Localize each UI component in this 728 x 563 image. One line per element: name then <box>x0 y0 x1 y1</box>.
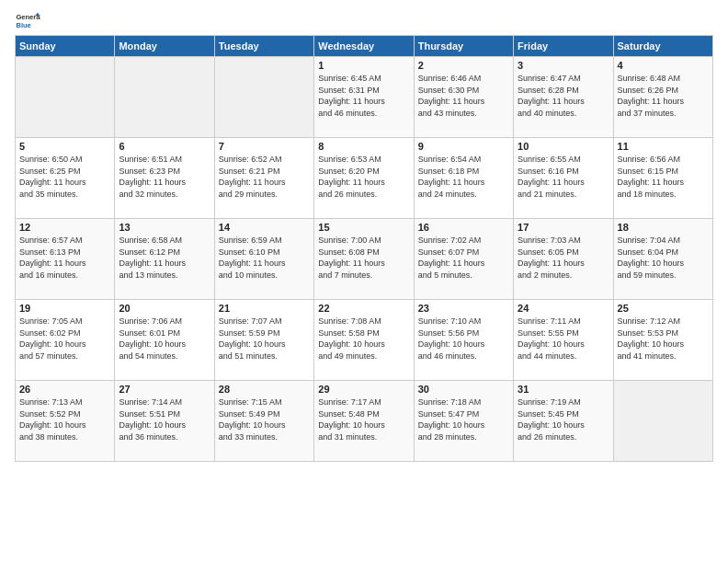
day-number: 14 <box>219 222 310 233</box>
day-content: Sunrise: 7:03 AM Sunset: 6:05 PM Dayligh… <box>518 235 609 281</box>
calendar-cell: 13Sunrise: 6:58 AM Sunset: 6:12 PM Dayli… <box>115 219 214 300</box>
weekday-header-monday: Monday <box>115 36 214 57</box>
calendar-cell: 31Sunrise: 7:19 AM Sunset: 5:45 PM Dayli… <box>514 381 613 462</box>
day-content: Sunrise: 7:07 AM Sunset: 5:59 PM Dayligh… <box>219 316 310 362</box>
day-number: 7 <box>219 141 310 152</box>
calendar-cell: 5Sunrise: 6:50 AM Sunset: 6:25 PM Daylig… <box>16 138 115 219</box>
logo: General Blue <box>15 11 44 29</box>
day-number: 31 <box>518 384 609 395</box>
day-number: 18 <box>618 222 709 233</box>
day-content: Sunrise: 7:05 AM Sunset: 6:02 PM Dayligh… <box>19 316 110 362</box>
svg-text:Blue: Blue <box>17 21 31 29</box>
calendar-cell: 18Sunrise: 7:04 AM Sunset: 6:04 PM Dayli… <box>613 219 712 300</box>
day-number: 11 <box>618 141 709 152</box>
day-content: Sunrise: 6:59 AM Sunset: 6:10 PM Dayligh… <box>219 235 310 281</box>
day-content: Sunrise: 7:15 AM Sunset: 5:49 PM Dayligh… <box>219 396 310 442</box>
calendar-cell: 27Sunrise: 7:14 AM Sunset: 5:51 PM Dayli… <box>115 381 214 462</box>
day-number: 22 <box>318 303 409 314</box>
calendar-cell: 16Sunrise: 7:02 AM Sunset: 6:07 PM Dayli… <box>414 219 513 300</box>
day-number: 15 <box>318 222 409 233</box>
day-content: Sunrise: 7:12 AM Sunset: 5:53 PM Dayligh… <box>618 316 709 362</box>
day-content: Sunrise: 7:04 AM Sunset: 6:04 PM Dayligh… <box>618 235 709 281</box>
calendar-cell: 10Sunrise: 6:55 AM Sunset: 6:16 PM Dayli… <box>514 138 613 219</box>
calendar-cell: 7Sunrise: 6:52 AM Sunset: 6:21 PM Daylig… <box>214 138 313 219</box>
calendar-cell <box>115 57 214 138</box>
day-content: Sunrise: 6:56 AM Sunset: 6:15 PM Dayligh… <box>618 154 709 200</box>
calendar-cell: 21Sunrise: 7:07 AM Sunset: 5:59 PM Dayli… <box>214 300 313 381</box>
day-number: 4 <box>618 60 709 71</box>
calendar-cell: 29Sunrise: 7:17 AM Sunset: 5:48 PM Dayli… <box>314 381 414 462</box>
day-number: 10 <box>518 141 609 152</box>
day-content: Sunrise: 6:55 AM Sunset: 6:16 PM Dayligh… <box>518 154 609 200</box>
calendar-cell: 28Sunrise: 7:15 AM Sunset: 5:49 PM Dayli… <box>214 381 313 462</box>
week-row-5: 26Sunrise: 7:13 AM Sunset: 5:52 PM Dayli… <box>16 381 713 462</box>
day-content: Sunrise: 7:10 AM Sunset: 5:56 PM Dayligh… <box>418 316 509 362</box>
week-row-3: 12Sunrise: 6:57 AM Sunset: 6:13 PM Dayli… <box>16 219 713 300</box>
day-number: 12 <box>19 222 110 233</box>
week-row-2: 5Sunrise: 6:50 AM Sunset: 6:25 PM Daylig… <box>16 138 713 219</box>
day-content: Sunrise: 7:14 AM Sunset: 5:51 PM Dayligh… <box>119 396 210 442</box>
calendar-table: SundayMondayTuesdayWednesdayThursdayFrid… <box>15 35 713 462</box>
day-number: 8 <box>318 141 409 152</box>
calendar-cell: 15Sunrise: 7:00 AM Sunset: 6:08 PM Dayli… <box>314 219 414 300</box>
day-number: 21 <box>219 303 310 314</box>
calendar-cell <box>16 57 115 138</box>
calendar-cell: 11Sunrise: 6:56 AM Sunset: 6:15 PM Dayli… <box>613 138 712 219</box>
day-content: Sunrise: 6:47 AM Sunset: 6:28 PM Dayligh… <box>518 73 609 119</box>
day-content: Sunrise: 7:19 AM Sunset: 5:45 PM Dayligh… <box>518 396 609 442</box>
day-number: 19 <box>19 303 110 314</box>
day-number: 17 <box>518 222 609 233</box>
calendar-cell: 2Sunrise: 6:46 AM Sunset: 6:30 PM Daylig… <box>414 57 513 138</box>
header: General Blue <box>15 11 713 29</box>
day-content: Sunrise: 6:51 AM Sunset: 6:23 PM Dayligh… <box>119 154 210 200</box>
calendar-cell: 20Sunrise: 7:06 AM Sunset: 6:01 PM Dayli… <box>115 300 214 381</box>
calendar-cell: 9Sunrise: 6:54 AM Sunset: 6:18 PM Daylig… <box>414 138 513 219</box>
day-number: 20 <box>119 303 210 314</box>
calendar-cell <box>214 57 313 138</box>
day-content: Sunrise: 7:17 AM Sunset: 5:48 PM Dayligh… <box>318 396 409 442</box>
day-content: Sunrise: 6:50 AM Sunset: 6:25 PM Dayligh… <box>19 154 110 200</box>
day-content: Sunrise: 6:57 AM Sunset: 6:13 PM Dayligh… <box>19 235 110 281</box>
calendar-cell: 8Sunrise: 6:53 AM Sunset: 6:20 PM Daylig… <box>314 138 414 219</box>
calendar-cell: 6Sunrise: 6:51 AM Sunset: 6:23 PM Daylig… <box>115 138 214 219</box>
weekday-header-friday: Friday <box>514 36 613 57</box>
calendar-cell: 4Sunrise: 6:48 AM Sunset: 6:26 PM Daylig… <box>613 57 712 138</box>
calendar-cell: 17Sunrise: 7:03 AM Sunset: 6:05 PM Dayli… <box>514 219 613 300</box>
weekday-header-wednesday: Wednesday <box>314 36 414 57</box>
day-content: Sunrise: 6:52 AM Sunset: 6:21 PM Dayligh… <box>219 154 310 200</box>
weekday-header-thursday: Thursday <box>414 36 513 57</box>
day-number: 29 <box>318 384 409 395</box>
day-number: 30 <box>418 384 509 395</box>
day-number: 27 <box>119 384 210 395</box>
day-number: 5 <box>19 141 110 152</box>
calendar-cell: 19Sunrise: 7:05 AM Sunset: 6:02 PM Dayli… <box>16 300 115 381</box>
day-number: 16 <box>418 222 509 233</box>
logo-icon: General Blue <box>15 11 40 29</box>
day-content: Sunrise: 7:11 AM Sunset: 5:55 PM Dayligh… <box>518 316 609 362</box>
day-number: 23 <box>418 303 509 314</box>
day-number: 13 <box>119 222 210 233</box>
calendar-cell: 3Sunrise: 6:47 AM Sunset: 6:28 PM Daylig… <box>514 57 613 138</box>
day-content: Sunrise: 6:54 AM Sunset: 6:18 PM Dayligh… <box>418 154 509 200</box>
page-container: General Blue SundayMondayTuesdayWednesda… <box>0 0 728 469</box>
calendar-cell: 22Sunrise: 7:08 AM Sunset: 5:58 PM Dayli… <box>314 300 414 381</box>
calendar-cell: 23Sunrise: 7:10 AM Sunset: 5:56 PM Dayli… <box>414 300 513 381</box>
calendar-cell: 30Sunrise: 7:18 AM Sunset: 5:47 PM Dayli… <box>414 381 513 462</box>
weekday-header-tuesday: Tuesday <box>214 36 313 57</box>
week-row-1: 1Sunrise: 6:45 AM Sunset: 6:31 PM Daylig… <box>16 57 713 138</box>
day-number: 25 <box>618 303 709 314</box>
day-content: Sunrise: 7:02 AM Sunset: 6:07 PM Dayligh… <box>418 235 509 281</box>
day-number: 28 <box>219 384 310 395</box>
week-row-4: 19Sunrise: 7:05 AM Sunset: 6:02 PM Dayli… <box>16 300 713 381</box>
weekday-header-sunday: Sunday <box>16 36 115 57</box>
day-number: 3 <box>518 60 609 71</box>
calendar-cell: 1Sunrise: 6:45 AM Sunset: 6:31 PM Daylig… <box>314 57 414 138</box>
calendar-cell: 12Sunrise: 6:57 AM Sunset: 6:13 PM Dayli… <box>16 219 115 300</box>
day-content: Sunrise: 7:06 AM Sunset: 6:01 PM Dayligh… <box>119 316 210 362</box>
day-number: 6 <box>119 141 210 152</box>
day-number: 24 <box>518 303 609 314</box>
day-content: Sunrise: 7:18 AM Sunset: 5:47 PM Dayligh… <box>418 396 509 442</box>
day-content: Sunrise: 6:48 AM Sunset: 6:26 PM Dayligh… <box>618 73 709 119</box>
day-content: Sunrise: 7:08 AM Sunset: 5:58 PM Dayligh… <box>318 316 409 362</box>
day-content: Sunrise: 6:53 AM Sunset: 6:20 PM Dayligh… <box>318 154 409 200</box>
